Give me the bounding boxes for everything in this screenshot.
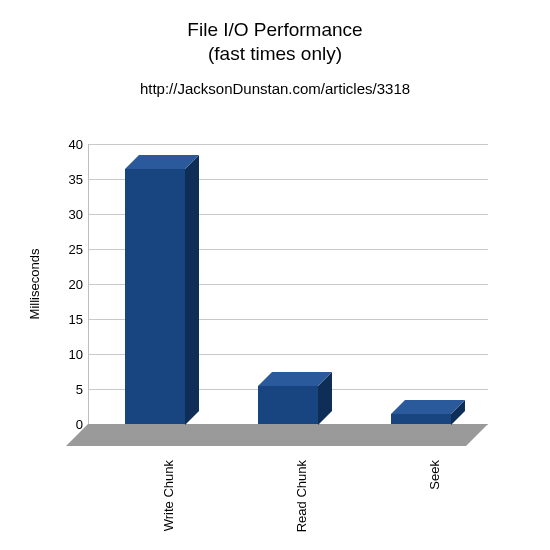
chart-titles: File I/O Performance (fast times only) h…: [0, 18, 550, 97]
chart-container: File I/O Performance (fast times only) h…: [0, 0, 550, 550]
y-tick-label: 35: [69, 172, 83, 187]
bar-top: [125, 155, 199, 169]
bar-front: [391, 414, 451, 425]
category-label: Read Chunk: [294, 460, 309, 532]
chart-title-line2: (fast times only): [0, 42, 550, 66]
bars-group: [88, 144, 488, 424]
y-tick-label: 20: [69, 277, 83, 292]
bar: [258, 386, 318, 425]
y-axis-label: Milliseconds: [27, 249, 42, 320]
category-label: Seek: [427, 460, 442, 490]
y-tick-label: 25: [69, 242, 83, 257]
y-tick-label: 30: [69, 207, 83, 222]
y-tick-label: 10: [69, 347, 83, 362]
y-tick-label: 40: [69, 137, 83, 152]
category-label: Write Chunk: [161, 460, 176, 531]
chart-subtitle: http://JacksonDunstan.com/articles/3318: [0, 80, 550, 97]
bar: [391, 414, 451, 425]
bar-front: [125, 169, 185, 425]
chart-floor: [66, 424, 488, 446]
y-tick-label: 5: [76, 382, 83, 397]
y-tick-label: 15: [69, 312, 83, 327]
bar-side: [185, 155, 199, 425]
chart-title-line1: File I/O Performance: [0, 18, 550, 42]
bar: [125, 169, 185, 425]
bar-front: [258, 386, 318, 425]
